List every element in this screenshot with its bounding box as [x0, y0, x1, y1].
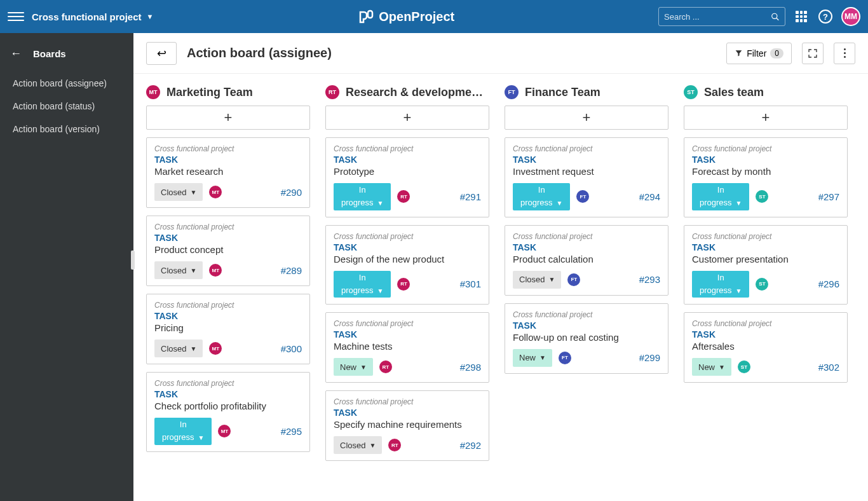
assignee-avatar[interactable]: RT: [379, 360, 392, 373]
card-list: Cross functional projectTASKMarket resea…: [146, 137, 310, 452]
add-card-button[interactable]: +: [684, 106, 848, 130]
card-list: Cross functional projectTASKPrototypeInp…: [325, 137, 489, 461]
assignee-avatar[interactable]: FT: [576, 190, 589, 203]
card-title: Market research: [154, 166, 302, 177]
card-id[interactable]: #291: [416, 191, 481, 202]
task-card[interactable]: Cross functional projectTASKForecast by …: [684, 137, 848, 217]
task-card[interactable]: Cross functional projectTASKCheck portfo…: [146, 372, 310, 452]
assignee-avatar[interactable]: FT: [559, 352, 571, 364]
card-id[interactable]: #297: [775, 191, 839, 202]
assignee-avatar[interactable]: RT: [397, 278, 410, 291]
card-id[interactable]: #289: [228, 265, 302, 276]
chevron-down-icon: ▼: [377, 200, 384, 207]
add-card-button[interactable]: +: [505, 106, 668, 130]
task-card[interactable]: Cross functional projectTASKMarket resea…: [146, 137, 310, 208]
card-type: TASK: [334, 154, 481, 165]
card-title: Product concept: [154, 244, 302, 255]
card-type: TASK: [513, 154, 660, 165]
back-arrow-icon[interactable]: ←: [10, 47, 22, 60]
column-title: Finance Team: [525, 86, 600, 99]
filter-button[interactable]: Filter 0: [726, 43, 792, 64]
task-card[interactable]: Cross functional projectTASKFollow-up on…: [505, 303, 668, 374]
status-dropdown[interactable]: New▼: [513, 349, 552, 367]
card-id[interactable]: #290: [228, 187, 302, 198]
user-avatar[interactable]: MM: [841, 7, 860, 26]
filter-label: Filter: [747, 48, 766, 58]
card-id[interactable]: #292: [407, 440, 481, 451]
assignee-avatar[interactable]: MT: [209, 264, 222, 277]
filter-count-badge: 0: [770, 48, 783, 58]
task-card[interactable]: Cross functional projectTASKMachine test…: [325, 312, 489, 383]
card-id[interactable]: #299: [578, 352, 660, 363]
status-dropdown[interactable]: Inprogress▼: [692, 183, 749, 210]
status-dropdown[interactable]: Closed▼: [334, 436, 382, 454]
status-dropdown[interactable]: Closed▼: [154, 183, 203, 201]
task-card[interactable]: Cross functional projectTASKAftersalesNe…: [684, 312, 848, 383]
assignee-avatar[interactable]: MT: [209, 342, 222, 355]
svg-rect-0: [368, 11, 372, 18]
status-label: New: [698, 362, 715, 372]
task-card[interactable]: Cross functional projectTASKCustomer pre…: [684, 225, 848, 305]
sidebar-item[interactable]: Action board (version): [0, 118, 133, 141]
chevron-down-icon: ▼: [557, 200, 563, 207]
card-id[interactable]: #302: [757, 362, 839, 373]
card-id[interactable]: #298: [398, 362, 481, 373]
card-id[interactable]: #293: [587, 274, 660, 285]
assignee-avatar[interactable]: ST: [756, 190, 768, 203]
task-card[interactable]: Cross functional projectTASKProduct conc…: [146, 216, 310, 286]
status-dropdown[interactable]: Closed▼: [513, 271, 561, 289]
card-id[interactable]: #300: [228, 343, 302, 354]
card-footer: Inprogress▼RT#301: [334, 271, 481, 298]
add-card-button[interactable]: +: [146, 106, 310, 130]
help-menu[interactable]: ?: [817, 8, 834, 25]
card-title: Customer presentation: [692, 254, 839, 264]
assignee-avatar[interactable]: MT: [209, 186, 222, 198]
app-logo[interactable]: OpenProject: [161, 10, 651, 24]
card-project: Cross functional project: [513, 144, 660, 153]
project-selector[interactable]: Cross functional project ▼: [32, 11, 153, 22]
card-title: Forecast by month: [692, 166, 839, 177]
fullscreen-button[interactable]: [802, 43, 824, 64]
task-card[interactable]: Cross functional projectTASKSpecify mach…: [325, 390, 489, 461]
card-title: Machine tests: [334, 341, 481, 352]
status-dropdown[interactable]: New▼: [334, 358, 373, 376]
status-dropdown[interactable]: Closed▼: [154, 340, 203, 357]
assignee-avatar[interactable]: FT: [567, 273, 580, 286]
assignee-avatar[interactable]: ST: [738, 360, 750, 373]
card-id[interactable]: #294: [595, 191, 660, 202]
card-id[interactable]: #295: [237, 426, 302, 437]
card-id[interactable]: #301: [416, 278, 481, 289]
assignee-avatar[interactable]: RT: [388, 439, 401, 451]
global-search[interactable]: [658, 7, 785, 26]
card-id[interactable]: #296: [775, 278, 839, 289]
card-type: TASK: [692, 242, 839, 252]
task-card[interactable]: Cross functional projectTASKDesign of th…: [325, 225, 489, 305]
assignee-avatar[interactable]: ST: [756, 278, 768, 291]
status-dropdown[interactable]: Inprogress▼: [692, 271, 749, 298]
task-card[interactable]: Cross functional projectTASKPrototypeInp…: [325, 137, 489, 217]
board-column: MTMarketing Team+Cross functional projec…: [146, 85, 310, 490]
card-list: Cross functional projectTASKForecast by …: [684, 137, 848, 383]
sidebar-item[interactable]: Action board (assignee): [0, 72, 133, 95]
column-title: Research & developmen…: [346, 86, 489, 99]
more-menu-button[interactable]: [834, 43, 855, 64]
status-dropdown[interactable]: Inprogress▼: [334, 271, 391, 298]
board-column: STSales team+Cross functional projectTAS…: [684, 85, 848, 490]
task-card[interactable]: Cross functional projectTASKProduct calc…: [505, 225, 668, 296]
add-card-button[interactable]: +: [325, 106, 489, 130]
assignee-avatar[interactable]: RT: [397, 190, 410, 203]
task-card[interactable]: Cross functional projectTASKInvestment r…: [505, 137, 668, 217]
board-back-button[interactable]: ↩: [146, 42, 177, 65]
search-input[interactable]: [664, 12, 771, 22]
status-dropdown[interactable]: New▼: [692, 358, 731, 376]
task-card[interactable]: Cross functional projectTASKPricingClose…: [146, 294, 310, 364]
status-dropdown[interactable]: Closed▼: [154, 261, 203, 279]
sidebar-item[interactable]: Action board (status): [0, 95, 133, 118]
apps-menu[interactable]: [793, 8, 810, 25]
status-dropdown[interactable]: Inprogress▼: [154, 418, 212, 445]
status-dropdown[interactable]: Inprogress▼: [334, 183, 391, 210]
assignee-avatar[interactable]: MT: [218, 425, 231, 437]
sidebar-resize-handle[interactable]: [131, 251, 135, 270]
main-menu-toggle[interactable]: [8, 8, 24, 25]
status-dropdown[interactable]: Inprogress▼: [513, 183, 570, 210]
